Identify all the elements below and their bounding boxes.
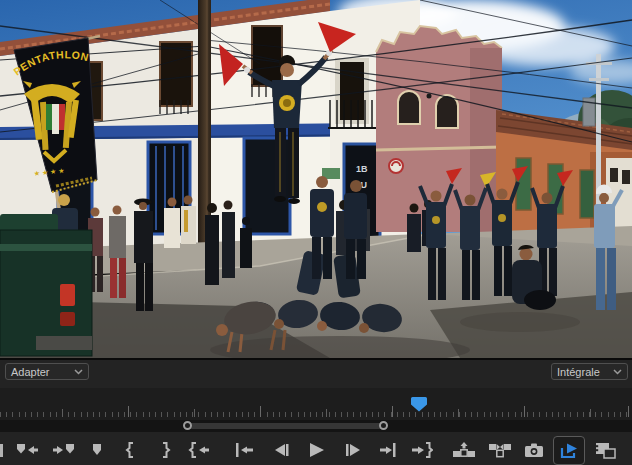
play-button[interactable] [303,437,329,463]
next-marker-icon [52,442,74,458]
mark-out-button[interactable] [152,437,178,463]
extract-button[interactable] [487,437,513,463]
export-frame-button[interactable] [521,437,547,463]
add-marker-button[interactable] [84,437,110,463]
chevron-down-icon [613,369,622,375]
go-to-next-marker-button[interactable] [50,437,76,463]
comparison-view-icon [595,442,616,459]
ruler-major-ticks [0,406,632,417]
cropped-button-edge[interactable] [0,444,3,457]
pickup-truck [0,214,92,356]
lift-button[interactable] [451,437,477,463]
transport-bar [0,432,632,465]
go-to-next-edit-button[interactable] [375,437,401,463]
video-scene: 1B RU [0,0,632,358]
playback-resolution-value: Intégrale [557,366,600,378]
export-button[interactable] [553,436,585,465]
mark-in-icon [120,442,142,458]
zoom-scrollbar-left-handle[interactable] [183,421,192,430]
camera-icon [523,442,545,459]
step-back-icon [272,442,291,458]
extract-icon [489,442,511,458]
export-icon [559,442,579,459]
next-edit-icon [377,442,399,458]
mark-out-icon [154,442,176,458]
go-to-previous-marker-button[interactable] [15,437,41,463]
time-ruler[interactable] [0,388,632,420]
go-to-out-icon [411,442,433,458]
step-forward-button[interactable] [339,437,365,463]
zoom-scrollbar-right-handle[interactable] [379,421,388,430]
go-to-previous-edit-button[interactable] [232,437,258,463]
video-frame: 1B RU [0,0,632,360]
playhead[interactable] [411,397,427,416]
step-back-button[interactable] [268,437,294,463]
zoom-scrollbar-thumb[interactable] [187,423,384,429]
zoom-level-value: Adapter [11,366,50,378]
door-sign-line1: 1B [356,164,368,174]
zoom-level-select[interactable]: Adapter [5,363,89,380]
previous-edit-icon [234,442,256,458]
go-to-out-button[interactable] [409,437,435,463]
lift-icon [453,442,475,458]
previous-marker-icon [17,442,39,458]
marker-icon [86,442,108,458]
comparison-view-button[interactable] [592,437,618,463]
play-icon [307,442,325,458]
zoom-scrollbar[interactable] [0,420,632,432]
go-to-in-icon [188,442,210,458]
step-forward-icon [343,442,362,458]
go-to-in-button[interactable] [186,437,212,463]
mark-in-button[interactable] [118,437,144,463]
chevron-down-icon [74,369,83,375]
program-monitor: 1B RU [0,0,632,465]
playback-resolution-select[interactable]: Intégrale [551,363,628,380]
